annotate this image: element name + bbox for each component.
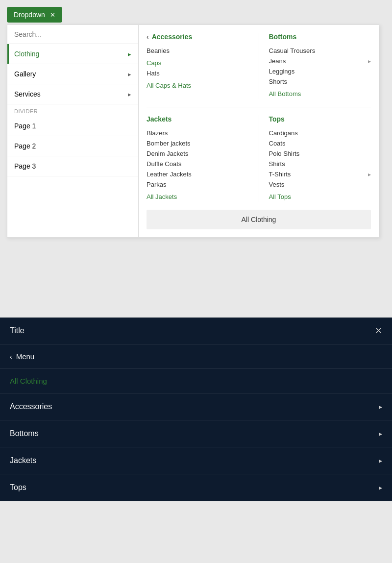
- services-label: Services: [14, 90, 41, 98]
- mobile-back-button[interactable]: ‹ Menu: [0, 344, 392, 369]
- accessories-title: ‹ Accessories: [147, 33, 249, 41]
- dropdown-container: Clothing ▸ Gallery ▸ Services ▸ DIVIDER …: [7, 24, 379, 238]
- tops-title: Tops: [269, 115, 371, 123]
- mobile-nav-item-tops[interactable]: Tops ▸: [0, 474, 392, 501]
- list-item[interactable]: Hats: [147, 68, 249, 78]
- list-item[interactable]: Casual Trousers: [269, 46, 371, 56]
- back-arrow-icon[interactable]: ‹: [147, 33, 149, 41]
- list-item[interactable]: All Tops: [269, 192, 371, 202]
- list-item[interactable]: Duffle Coats: [147, 159, 249, 169]
- chevron-right-icon: ▸: [128, 50, 131, 58]
- bottoms-title: Bottoms: [269, 33, 371, 41]
- all-clothing-button[interactable]: All Clothing: [147, 210, 371, 229]
- list-item[interactable]: Coats: [269, 138, 371, 148]
- nav-item-clothing[interactable]: Clothing ▸: [7, 44, 138, 64]
- chevron-right-icon: ▸: [128, 71, 131, 78]
- list-item[interactable]: Denim Jackets: [147, 148, 249, 159]
- list-item[interactable]: Jeans ▸: [269, 56, 371, 66]
- clothing-label: Clothing: [14, 50, 39, 58]
- mega-row-1: ‹ Accessories Beanies Caps Hats All Caps…: [147, 33, 371, 107]
- gallery-label: Gallery: [14, 70, 36, 78]
- mobile-back-label: Menu: [16, 352, 35, 361]
- nav-item-gallery[interactable]: Gallery ▸: [7, 64, 138, 84]
- list-item[interactable]: Blazers: [147, 128, 249, 138]
- nav-divider-label: DIVIDER: [7, 104, 138, 116]
- page1-label: Page 1: [14, 122, 36, 130]
- list-item[interactable]: Polo Shirts: [269, 148, 371, 159]
- back-chevron-icon: ‹: [10, 353, 12, 361]
- list-item[interactable]: All Caps & Hats: [147, 80, 249, 91]
- mobile-jackets-label: Jackets: [10, 456, 36, 465]
- list-item[interactable]: Beanies: [147, 46, 249, 56]
- mega-col-tops: Tops Cardigans Coats Polo Shirts Shirts …: [259, 115, 371, 202]
- mobile-bottoms-label: Bottoms: [10, 429, 39, 438]
- chevron-right-icon: ▸: [379, 457, 382, 465]
- chevron-right-icon: ▸: [368, 171, 371, 178]
- mobile-header-title: Title: [10, 326, 24, 335]
- mega-col-accessories: ‹ Accessories Beanies Caps Hats All Caps…: [147, 33, 259, 99]
- list-item[interactable]: Shirts: [269, 159, 371, 169]
- page2-label: Page 2: [14, 142, 36, 150]
- nav-panel: Clothing ▸ Gallery ▸ Services ▸ DIVIDER …: [7, 25, 139, 237]
- list-item[interactable]: Caps: [147, 58, 249, 68]
- mobile-close-icon[interactable]: ✕: [375, 325, 382, 336]
- list-item[interactable]: Cardigans: [269, 128, 371, 138]
- list-item[interactable]: Parkas: [147, 179, 249, 190]
- chevron-right-icon: ▸: [368, 58, 371, 65]
- mobile-nav-item-jackets[interactable]: Jackets ▸: [0, 447, 392, 474]
- chevron-right-icon: ▸: [128, 91, 131, 98]
- dropdown-button[interactable]: Dropdown ✕: [7, 7, 62, 23]
- nav-item-page2[interactable]: Page 2: [7, 136, 138, 156]
- mega-col-jackets: Jackets Blazers Bomber jackets Denim Jac…: [147, 115, 259, 202]
- chevron-right-icon: ▸: [379, 484, 382, 491]
- search-input[interactable]: [14, 30, 131, 38]
- list-item[interactable]: All Bottoms: [269, 89, 371, 99]
- list-item[interactable]: Vests: [269, 179, 371, 190]
- page3-label: Page 3: [14, 162, 36, 170]
- mobile-panel: Title ✕ ‹ Menu All Clothing Accessories …: [0, 318, 392, 501]
- mobile-nav-item-bottoms[interactable]: Bottoms ▸: [0, 420, 392, 447]
- mobile-nav-item-accessories[interactable]: Accessories ▸: [0, 393, 392, 420]
- jackets-title: Jackets: [147, 115, 249, 123]
- mobile-accessories-label: Accessories: [10, 402, 52, 411]
- chevron-right-icon: ▸: [379, 403, 382, 411]
- dropdown-label: Dropdown: [14, 11, 45, 19]
- mega-row-2: Jackets Blazers Bomber jackets Denim Jac…: [147, 115, 371, 202]
- mega-menu: ‹ Accessories Beanies Caps Hats All Caps…: [139, 25, 379, 237]
- list-item[interactable]: Leggings: [269, 66, 371, 76]
- list-item[interactable]: Bomber jackets: [147, 138, 249, 148]
- nav-item-page3[interactable]: Page 3: [7, 156, 138, 176]
- mobile-header: Title ✕: [0, 318, 392, 344]
- nav-item-services[interactable]: Services ▸: [7, 84, 138, 104]
- chevron-right-icon: ▸: [379, 430, 382, 438]
- mobile-all-clothing-link[interactable]: All Clothing: [0, 369, 392, 393]
- mega-col-bottoms: Bottoms Casual Trousers Jeans ▸ Leggings…: [259, 33, 371, 99]
- list-item[interactable]: T-Shirts ▸: [269, 169, 371, 179]
- list-item[interactable]: Leather Jackets: [147, 169, 249, 179]
- list-item[interactable]: Shorts: [269, 76, 371, 87]
- list-item[interactable]: All Jackets: [147, 192, 249, 202]
- search-box: [7, 25, 138, 44]
- nav-item-page1[interactable]: Page 1: [7, 116, 138, 136]
- mobile-tops-label: Tops: [10, 483, 26, 492]
- close-icon[interactable]: ✕: [50, 11, 55, 19]
